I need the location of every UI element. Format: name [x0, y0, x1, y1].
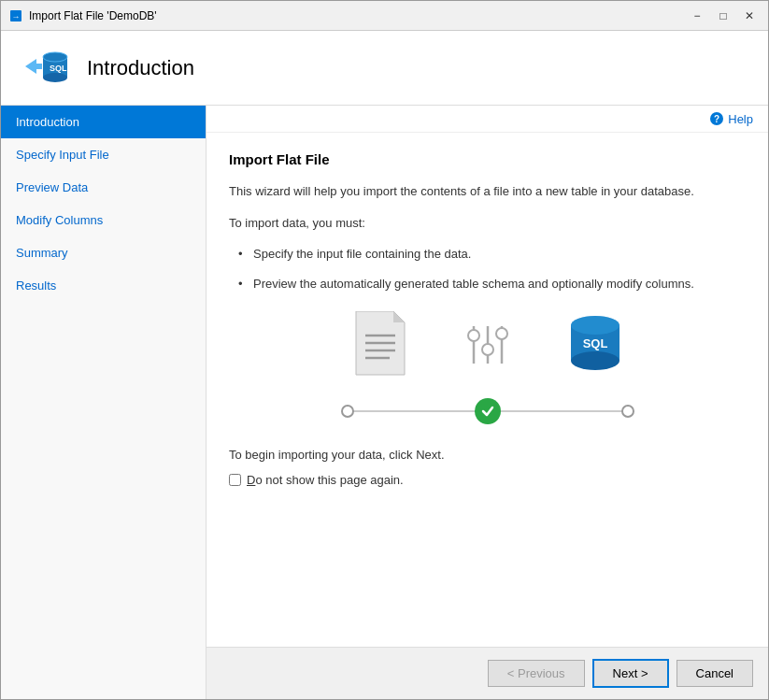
import-diagram: SQL — [229, 311, 746, 425]
window-title: Import Flat File 'DemoDB' — [29, 9, 686, 22]
svg-text:?: ? — [714, 114, 719, 124]
svg-point-25 — [571, 316, 619, 335]
svg-marker-7 — [25, 59, 42, 74]
sidebar-item-preview-data[interactable]: Preview Data — [1, 171, 206, 204]
content-area: ? Help Import Flat File This wizard will… — [206, 106, 768, 699]
must-label: To import data, you must: — [229, 214, 746, 233]
sidebar: Introduction Specify Input File Preview … — [1, 106, 206, 699]
database-import-icon: SQL — [20, 42, 72, 94]
intro-paragraph: This wizard will help you import the con… — [229, 182, 746, 201]
main-body: Introduction Specify Input File Preview … — [1, 106, 768, 699]
minimize-button[interactable]: − — [686, 5, 708, 27]
do-not-show-checkbox[interactable] — [229, 474, 241, 486]
wizard-header: SQL Introduction — [1, 31, 768, 106]
close-button[interactable]: ✕ — [738, 5, 761, 27]
main-window: → Import Flat File 'DemoDB' − □ ✕ SQL — [0, 0, 769, 700]
previous-button[interactable]: < Previous — [488, 660, 585, 687]
sql-icon: SQL — [567, 312, 623, 378]
svg-text:SQL: SQL — [50, 64, 67, 73]
file-icon — [352, 311, 408, 379]
help-bar: ? Help — [206, 106, 768, 133]
connector-dot-right — [621, 405, 634, 418]
app-icon: → — [8, 8, 23, 23]
svg-point-4 — [43, 73, 67, 82]
diagram-icons-row: SQL — [352, 311, 623, 379]
svg-point-21 — [496, 328, 507, 339]
bottom-text: To begin importing your data, click Next… — [229, 448, 746, 462]
sidebar-item-introduction[interactable]: Introduction — [1, 106, 206, 138]
content-title: Import Flat File — [229, 151, 746, 167]
maximize-button[interactable]: □ — [712, 5, 734, 27]
wizard-title: Introduction — [87, 56, 194, 80]
help-icon: ? — [709, 111, 724, 126]
checkmark-icon — [480, 404, 495, 419]
svg-text:→: → — [12, 12, 21, 21]
next-button[interactable]: Next > — [592, 659, 669, 688]
sidebar-item-modify-columns[interactable]: Modify Columns — [1, 204, 206, 236]
sliders-icon — [464, 317, 511, 373]
svg-point-20 — [482, 344, 493, 355]
svg-marker-11 — [393, 311, 405, 322]
bullet-item-1: Specify the input file containing the da… — [238, 245, 746, 264]
help-link[interactable]: ? Help — [709, 111, 753, 126]
svg-point-24 — [571, 351, 619, 370]
bullet-item-2: Preview the automatically generated tabl… — [238, 275, 746, 293]
wizard-footer: < Previous Next > Cancel — [206, 647, 768, 699]
connector-row — [348, 397, 628, 425]
bullet-list: Specify the input file containing the da… — [238, 245, 746, 293]
sidebar-item-summary[interactable]: Summary — [1, 236, 206, 269]
cancel-button[interactable]: Cancel — [676, 660, 753, 687]
connector-dot-left — [341, 405, 354, 418]
svg-point-19 — [468, 330, 479, 341]
sidebar-item-specify-input-file[interactable]: Specify Input File — [1, 138, 206, 171]
svg-text:SQL: SQL — [582, 336, 607, 350]
do-not-show-row: Do not show this page again. — [229, 473, 746, 487]
sidebar-item-results[interactable]: Results — [1, 269, 206, 302]
header-icon-wrapper: SQL — [20, 42, 72, 94]
connector-check-circle — [475, 398, 501, 424]
title-bar: → Import Flat File 'DemoDB' − □ ✕ — [1, 1, 768, 31]
window-controls: − □ ✕ — [686, 5, 761, 27]
content-body: Import Flat File This wizard will help y… — [206, 133, 768, 647]
do-not-show-label[interactable]: Do not show this page again. — [247, 473, 404, 487]
